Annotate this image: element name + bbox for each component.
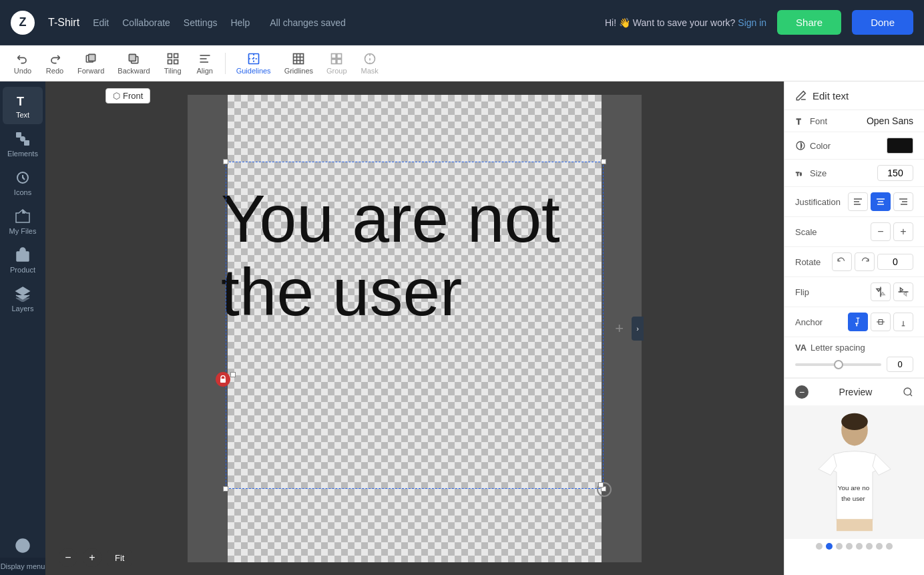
- preview-dot-0[interactable]: [816, 543, 823, 550]
- sidebar-item-product[interactable]: Product: [3, 242, 43, 279]
- tiling-button[interactable]: Tiling: [158, 49, 188, 77]
- display-menu[interactable]: Display menu: [0, 558, 45, 575]
- flip-row: Flip: [784, 277, 924, 307]
- align-button[interactable]: Align: [190, 49, 220, 77]
- preview-dot-5[interactable]: [866, 543, 873, 550]
- group-button[interactable]: Group: [321, 49, 353, 77]
- nav-edit[interactable]: Edit: [93, 17, 109, 28]
- anchor-row: Anchor T: [784, 307, 924, 337]
- svg-rect-1: [89, 54, 95, 61]
- preview-dot-6[interactable]: [876, 543, 883, 550]
- color-icon: [795, 140, 806, 151]
- anchor-bot-button[interactable]: [893, 313, 913, 331]
- sidebar-item-my-files[interactable]: My Files: [3, 203, 43, 240]
- letter-spacing-label: VA Letter spacing: [795, 343, 913, 353]
- font-value[interactable]: Open Sans: [867, 116, 913, 126]
- preview-dot-4[interactable]: [856, 543, 863, 550]
- nav-collaborate[interactable]: Collaborate: [122, 17, 170, 28]
- justify-left-button[interactable]: [848, 192, 868, 211]
- handle-mid-left[interactable]: [230, 372, 236, 377]
- handle-tl[interactable]: [223, 159, 228, 164]
- letter-spacing-slider[interactable]: [795, 363, 881, 366]
- anchor-buttons: T: [848, 313, 913, 331]
- color-label: Color: [810, 141, 887, 151]
- letter-spacing-input[interactable]: [887, 357, 913, 372]
- add-element-button[interactable]: +: [615, 320, 624, 337]
- toolbar: Undo Redo Forward Backward Tiling Align …: [0, 45, 924, 81]
- nav-settings[interactable]: Settings: [184, 17, 218, 28]
- scale-down-button[interactable]: −: [871, 222, 891, 241]
- svg-rect-26: [16, 132, 21, 138]
- justify-center-button[interactable]: [871, 192, 891, 211]
- header: Z T-Shirt Edit Collaborate Settings Help…: [0, 0, 924, 45]
- handle-tr[interactable]: [601, 159, 606, 164]
- rotate-right-button[interactable]: [855, 252, 875, 271]
- front-label: Front: [123, 91, 143, 101]
- sidebar-item-label-files: My Files: [9, 227, 37, 235]
- redo-button[interactable]: Redo: [40, 49, 69, 77]
- front-icon: ⬡: [113, 91, 120, 101]
- logo: Z: [11, 11, 35, 35]
- rotate-input[interactable]: [877, 254, 913, 270]
- flip-vertical-button[interactable]: [893, 282, 913, 301]
- handle-bl[interactable]: [223, 486, 228, 492]
- sidebar-item-icons[interactable]: Icons: [3, 164, 43, 202]
- sidebar-item-label-text: Text: [16, 111, 29, 119]
- scale-label: Scale: [795, 227, 871, 237]
- handle-br2[interactable]: [598, 482, 604, 488]
- svg-rect-7: [174, 59, 178, 63]
- zoom-controls: − + Fit: [59, 548, 132, 567]
- done-button[interactable]: Done: [852, 10, 913, 35]
- preview-image: You are no the user: [784, 405, 924, 539]
- svg-rect-32: [220, 379, 226, 383]
- preview-dot-7[interactable]: [886, 543, 893, 550]
- mask-button[interactable]: Mask: [355, 49, 385, 77]
- forward-button[interactable]: Forward: [72, 49, 109, 77]
- letter-spacing-row: VA Letter spacing: [784, 337, 924, 378]
- anchor-top-button[interactable]: T: [848, 313, 868, 331]
- tshirt-preview: You are no the user: [794, 412, 915, 532]
- panel-title: Edit text: [813, 90, 849, 102]
- svg-rect-14: [294, 53, 304, 63]
- preview-dot-2[interactable]: [836, 543, 843, 550]
- right-panel: Edit text T Font Open Sans Color T↕ Size…: [784, 81, 924, 575]
- zoom-in-button[interactable]: +: [83, 548, 101, 567]
- canvas-text[interactable]: You are not the user: [221, 182, 655, 329]
- rotate-left-button[interactable]: [832, 252, 852, 271]
- front-badge[interactable]: ⬡ Front: [105, 88, 150, 104]
- sidebar-item-text[interactable]: T Text: [3, 87, 43, 124]
- scale-up-button[interactable]: +: [893, 222, 913, 241]
- sidebar-item-layers[interactable]: Layers: [3, 280, 43, 318]
- justify-right-button[interactable]: [893, 192, 913, 211]
- svg-rect-3: [130, 54, 136, 61]
- preview-dot-1[interactable]: [826, 543, 833, 550]
- lock-icon[interactable]: [216, 372, 230, 387]
- sign-in-link[interactable]: Sign in: [738, 17, 766, 28]
- guidelines-button[interactable]: Guidelines: [231, 49, 276, 77]
- collapse-panel-button[interactable]: ›: [632, 317, 644, 341]
- svg-rect-27: [24, 140, 29, 146]
- canvas-area[interactable]: ⬡ Front You are not the user: [45, 81, 784, 575]
- svg-rect-19: [332, 53, 336, 58]
- svg-point-52: [904, 388, 911, 395]
- backward-button[interactable]: Backward: [112, 49, 155, 77]
- undo-button[interactable]: Undo: [8, 49, 37, 77]
- save-status: All changes saved: [270, 17, 346, 28]
- hi-text: Hi! 👋 Want to save your work? Sign in: [605, 17, 766, 28]
- sidebar-item-elements[interactable]: Elements: [3, 126, 43, 163]
- svg-rect-22: [337, 59, 342, 63]
- size-input[interactable]: 150: [877, 165, 913, 181]
- color-row: Color: [784, 132, 924, 160]
- anchor-mid-button[interactable]: [871, 313, 891, 331]
- zoom-out-button[interactable]: −: [59, 548, 77, 567]
- gridlines-button[interactable]: Gridlines: [279, 49, 318, 77]
- preview-search-icon[interactable]: [903, 387, 913, 397]
- zoom-fit-button[interactable]: Fit: [107, 550, 132, 566]
- svg-point-55: [841, 413, 868, 430]
- share-button[interactable]: Share: [777, 10, 841, 35]
- preview-dot-3[interactable]: [846, 543, 853, 550]
- preview-collapse-button[interactable]: −: [795, 385, 808, 399]
- flip-horizontal-button[interactable]: [871, 282, 891, 301]
- nav-help[interactable]: Help: [230, 17, 250, 28]
- color-swatch[interactable]: [887, 138, 913, 154]
